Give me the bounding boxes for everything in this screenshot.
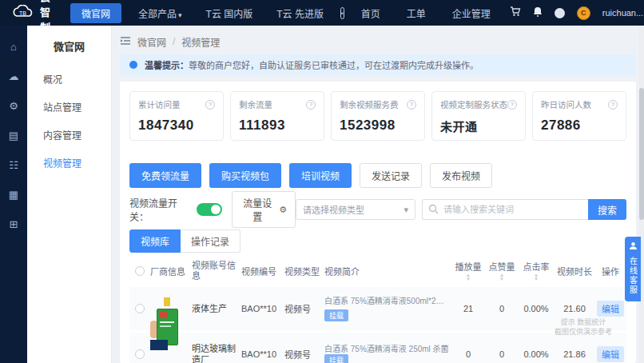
header-duration: 视频时长: [555, 265, 594, 277]
row-checkbox[interactable]: [135, 349, 145, 359]
account-name: 明达玻璃制造厂: [192, 343, 241, 363]
top-navbar: TB T云智制造 微官网 全部产品▾ T云 国内版 T云 先进版 ▪ 首页 工单…: [0, 0, 644, 26]
stat-card-traffic: 剩余流量 ? 111893: [230, 91, 324, 141]
customer-service-button[interactable]: 在线客服: [625, 237, 641, 301]
nav-item-home[interactable]: 首页: [354, 3, 388, 23]
scrollbar-thumb[interactable]: [639, 88, 644, 220]
tabs: 视频库 操作记录: [129, 229, 626, 253]
video-intro: 白酒系 75%酒精消毒液500ml*2瓶装 高效杀菌除菌消毒水75折: [324, 296, 446, 306]
help-icon[interactable]: ?: [306, 100, 316, 110]
brand-logo[interactable]: TB T云智制造: [11, 0, 51, 50]
duration-value: 21.60: [555, 304, 594, 313]
views-value: 21: [451, 304, 486, 313]
header-views-sort[interactable]: 播放量▲▼: [451, 260, 486, 281]
watermark: 提示 数据统计 截图仅供演示参考: [555, 317, 612, 337]
edit-button[interactable]: 编辑: [597, 346, 624, 362]
mount-tag: 挂载: [324, 309, 348, 321]
brand-name: T云智制造: [40, 0, 51, 50]
nav-item-enterprise[interactable]: 企业管理: [445, 3, 498, 23]
mount-tag: 挂载: [324, 354, 348, 363]
search-button[interactable]: 搜索: [588, 199, 626, 220]
send-record-button[interactable]: 发送记录: [360, 163, 422, 188]
avatar[interactable]: C: [577, 6, 590, 20]
banner-prefix: 温馨提示：: [145, 61, 189, 70]
video-type-select[interactable]: 请选择视频类型▾: [296, 199, 415, 220]
header-vendor: 厂商信息: [150, 265, 192, 277]
chart-icon[interactable]: ▦: [9, 189, 18, 200]
svg-text:TB: TB: [19, 10, 26, 16]
stat-label: 累计访问量: [138, 98, 181, 110]
table-header: 厂商信息 视频账号信息 视频编号 视频类型 视频简介 播放量▲▼ 点赞量▲▼ 点…: [129, 253, 626, 287]
search-input[interactable]: [422, 199, 588, 220]
help-icon[interactable]: ?: [608, 100, 618, 110]
help-icon[interactable]: ?: [205, 100, 215, 110]
row-checkbox[interactable]: [135, 304, 145, 313]
sidebar-item-site[interactable]: 站点管理: [27, 93, 111, 121]
breadcrumb: 微官网 / 视频管理: [120, 30, 636, 53]
app-grid-icon[interactable]: ▪: [340, 7, 344, 19]
traffic-toggle[interactable]: [197, 203, 222, 216]
sort-carets-icon: ▲▼: [499, 273, 504, 281]
tab-video-library[interactable]: 视频库: [129, 229, 181, 253]
breadcrumb-second: 视频管理: [181, 35, 220, 49]
edit-button[interactable]: 编辑: [597, 301, 624, 317]
help-circle-icon[interactable]: [555, 8, 565, 18]
nav-item-domestic[interactable]: T云 国内版: [199, 3, 260, 23]
toggle-label: 视频流量开关：: [129, 196, 192, 223]
apps-icon[interactable]: ⊞: [10, 219, 18, 229]
nav-item-site[interactable]: 微官网: [70, 3, 121, 23]
nav-item-workorder[interactable]: 工单: [400, 3, 433, 23]
likes-value: 0: [486, 349, 518, 359]
icon-rail: ⌂ ☁ ⚙ ▤ ☷ ▦ ⊞: [0, 26, 27, 363]
select-all-checkbox[interactable]: [135, 266, 145, 276]
sidebar-item-content[interactable]: 内容管理: [27, 121, 111, 149]
document-icon[interactable]: ▤: [9, 130, 18, 141]
chevron-down-icon: ▾: [403, 205, 408, 215]
navbar-right: 首页 工单 企业管理 C ruichuan...: [354, 3, 643, 23]
traffic-settings-button[interactable]: 流量设置⚙: [232, 191, 296, 228]
stat-value: 未开通: [440, 118, 517, 134]
header-rate-sort[interactable]: 点击率▲▼: [518, 260, 555, 281]
filter-group: 请选择视频类型▾ 搜索: [296, 199, 626, 220]
sort-carets-icon: ▲▼: [534, 273, 539, 281]
free-traffic-button[interactable]: 免费领流量: [129, 163, 201, 188]
publish-video-button[interactable]: 发布视频: [430, 163, 492, 188]
stat-value: 27886: [541, 118, 618, 134]
collapse-menu-icon[interactable]: [120, 36, 131, 48]
video-type: 视频号: [284, 302, 324, 315]
username[interactable]: ruichuan...: [602, 8, 643, 18]
bell-icon[interactable]: [533, 6, 543, 19]
sidebar-item-overview[interactable]: 概况: [27, 65, 111, 93]
rate-value: 0.00%: [518, 304, 555, 313]
stat-cards: 累计访问量 ? 1847340 剩余流量 ? 111893 剩余视频服务费 ? …: [129, 91, 626, 141]
header-likes-sort[interactable]: 点赞量▲▼: [486, 260, 518, 281]
stat-label: 剩余流量: [239, 98, 272, 110]
tab-operation-log[interactable]: 操作记录: [181, 229, 241, 253]
cloud-logo-icon: TB: [11, 5, 35, 22]
share-icon[interactable]: ☷: [9, 160, 18, 170]
help-icon[interactable]: ?: [407, 100, 416, 110]
training-video-button[interactable]: 培训视频: [289, 163, 352, 188]
sidebar-item-video[interactable]: 视频管理: [27, 149, 111, 177]
page-scrollbar[interactable]: [639, 26, 644, 363]
action-buttons: 免费领流量 购买视频包 培训视频 发送记录 发布视频: [129, 163, 626, 188]
chevron-down-icon: ▾: [178, 11, 182, 19]
buy-package-button[interactable]: 购买视频包: [209, 163, 281, 188]
info-dot-icon: [129, 61, 137, 69]
gear-icon[interactable]: ⚙: [9, 101, 18, 111]
cloud-icon[interactable]: ☁: [9, 71, 19, 82]
stat-card-service-fee: 剩余视频服务费 ? 1523998: [331, 91, 425, 141]
help-icon[interactable]: ?: [507, 100, 517, 110]
stat-value: 1523998: [340, 118, 416, 134]
stat-label: 剩余视频服务费: [340, 98, 399, 110]
cart-icon[interactable]: [510, 6, 521, 19]
header-action: 操作: [594, 265, 626, 277]
stat-card-yesterday-visitors: 昨日访问人数 ? 27886: [532, 91, 626, 141]
views-value: 0: [451, 349, 486, 359]
video-intro: 白酒系 75%酒精消毒液 250ml 杀菌: [324, 345, 449, 353]
nav-item-advanced[interactable]: T云 先进版: [269, 3, 331, 23]
nav-item-products[interactable]: 全部产品▾: [131, 3, 189, 23]
secondary-sidebar: 微官网 概况 站点管理 内容管理 视频管理: [27, 26, 112, 363]
breadcrumb-first[interactable]: 微官网: [137, 35, 166, 49]
video-code: BAO**10: [241, 349, 284, 359]
